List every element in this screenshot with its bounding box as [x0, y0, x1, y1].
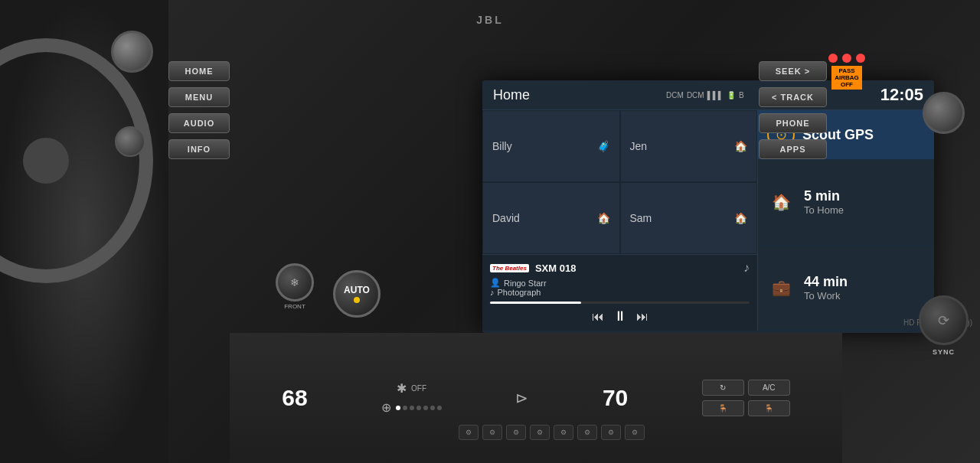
person-icon: 👤: [490, 278, 501, 288]
note-icon: ♪: [490, 288, 495, 297]
warning-lights: PASSAIRBAGOFF: [828, 54, 865, 90]
bottom-right-buttons: ↻ A/C 🪑 🪑: [702, 380, 790, 416]
ac-btn[interactable]: A/C: [748, 380, 790, 396]
battery-icon: 🔋: [727, 91, 736, 99]
pwr-vol-knob-area: [111, 31, 153, 73]
status-icons: DCM DCM ▌▌▌ 🔋 B: [666, 91, 744, 99]
bottom-btn-row1: ↻ A/C: [702, 380, 790, 396]
apps-button[interactable]: APPS: [759, 139, 827, 159]
bottom-btn-4[interactable]: ⚙: [530, 425, 550, 440]
dcm2-icon: DCM: [687, 91, 704, 99]
left-temp-display: 68: [282, 385, 307, 411]
track-button[interactable]: < TRACK: [759, 87, 827, 107]
seat-heat-right-btn[interactable]: 🪑: [748, 400, 790, 416]
auto-indicator-dot: [354, 297, 360, 303]
gps-work-time: 44 min: [804, 274, 848, 290]
jbl-logo: JBL: [476, 14, 503, 26]
bottom-btn-7[interactable]: ⚙: [601, 425, 621, 440]
front-defrost-button[interactable]: ❄: [276, 263, 314, 302]
auto-button-area: AUTO: [333, 270, 381, 318]
fan-off-area: ✱ OFF: [397, 381, 426, 396]
profile-name-billy: Billy: [492, 140, 512, 152]
sync-label: SYNC: [933, 348, 955, 356]
bottom-btn-5[interactable]: ⚙: [554, 425, 573, 440]
fan-off-label: OFF: [411, 384, 426, 393]
fan-dot-2: [403, 406, 407, 410]
info-button[interactable]: INFO: [168, 139, 230, 159]
profile-david[interactable]: David 🏠: [482, 182, 620, 254]
audio-button[interactable]: AUDIO: [168, 113, 230, 133]
bottom-controls: 68 ✱ OFF ⊕ ⊳: [230, 333, 842, 463]
tune-scroll-knob-area: [115, 119, 145, 157]
left-temp-value: 68: [282, 385, 307, 411]
right-top-knob[interactable]: [923, 92, 965, 134]
auto-climate-button[interactable]: AUTO: [333, 270, 381, 318]
dcm-icon: DCM: [666, 91, 684, 99]
defrost-icon: ❄: [290, 276, 299, 289]
recycle-btn[interactable]: ↻: [702, 380, 744, 396]
seek-button[interactable]: SEEK >: [759, 61, 827, 81]
bottom-btn-6[interactable]: ⚙: [577, 425, 597, 440]
warning-light-red1: [828, 54, 838, 63]
screen-time: 12:05: [880, 85, 923, 105]
gps-home-row[interactable]: 🏠 5 min To Home: [758, 160, 934, 246]
home-button[interactable]: HOME: [168, 61, 230, 81]
profile-grid: Billy 🧳 Jen 🏠 David 🏠 Sam: [482, 110, 757, 255]
profile-jen[interactable]: Jen 🏠: [620, 110, 758, 182]
music-top: The Beatles SXM 018 ♪: [490, 261, 750, 275]
profile-icon-billy: 🧳: [597, 140, 610, 152]
bottom-btn-3[interactable]: ⚙: [506, 425, 526, 440]
fan-controls: ✱ OFF ⊕: [381, 381, 442, 415]
fan-dot-4: [416, 406, 421, 410]
profile-sam[interactable]: Sam 🏠: [620, 182, 758, 254]
left-side-buttons: HOME MENU AUDIO INFO: [168, 61, 230, 159]
music-note-icon: ♪: [743, 261, 750, 275]
bottom-btn-row2: 🪑 🪑: [702, 400, 790, 416]
fan-speed-dots: [396, 406, 442, 410]
right-knob-area: [923, 92, 965, 134]
seat-heat-left-btn[interactable]: 🪑: [702, 400, 744, 416]
station-name: SXM 018: [535, 262, 576, 274]
warning-light-red3: [856, 54, 865, 63]
profile-icon-sam: 🏠: [734, 212, 747, 224]
fan-dot-1: [396, 406, 400, 410]
profile-icon-david: 🏠: [597, 212, 610, 224]
bottom-row-buttons: ⚙ ⚙ ⚙ ⚙ ⚙ ⚙ ⚙ ⚙: [260, 425, 842, 440]
bottom-btn-1[interactable]: ⚙: [459, 425, 479, 440]
pwr-vol-knob[interactable]: [111, 31, 153, 73]
airflow-area: ⊳: [515, 389, 528, 407]
warning-top-lights: [828, 54, 865, 63]
right-side-buttons: SEEK > < TRACK PHONE APPS: [759, 61, 827, 159]
gps-home-dest: To Home: [804, 204, 844, 216]
profile-name-jen: Jen: [630, 140, 648, 152]
main-screen: Home DCM DCM ▌▌▌ 🔋 B 12:05 Billy: [482, 80, 934, 333]
beatles-logo: The Beatles: [490, 264, 529, 272]
progress-bar[interactable]: [490, 302, 750, 304]
sync-knob[interactable]: ⟳: [919, 295, 969, 345]
music-artist: 👤 Ringo Starr: [490, 278, 750, 288]
menu-button[interactable]: MENU: [168, 87, 230, 107]
fan-dot-7: [437, 406, 442, 410]
profile-name-sam: Sam: [630, 212, 652, 224]
steering-wheel: [0, 38, 153, 283]
profile-icon-jen: 🏠: [734, 140, 747, 152]
profile-name-david: David: [492, 212, 520, 224]
phone-button[interactable]: PHONE: [759, 113, 827, 133]
fan-slider: ⊕: [381, 400, 442, 415]
right-temp-value: 70: [603, 385, 628, 411]
front-label: FRONT: [284, 303, 305, 310]
profile-billy[interactable]: Billy 🧳: [482, 110, 620, 182]
bluetooth-icon: B: [739, 91, 744, 99]
right-temp-display: 70: [603, 385, 628, 411]
warning-light-red2: [842, 54, 851, 63]
pass-airbag-warning: PASSAIRBAGOFF: [831, 66, 862, 90]
fan-icon: ⊕: [381, 400, 391, 415]
bottom-btn-8[interactable]: ⚙: [625, 425, 645, 440]
tune-scroll-knob[interactable]: [115, 126, 145, 157]
fan-dot-6: [430, 406, 435, 410]
fan-dot-3: [410, 406, 414, 410]
bottom-btn-2[interactable]: ⚙: [482, 425, 502, 440]
screen-header: Home DCM DCM ▌▌▌ 🔋 B 12:05: [482, 80, 934, 110]
song-name: Photograph: [498, 288, 541, 297]
screen-left: Billy 🧳 Jen 🏠 David 🏠 Sam: [482, 110, 758, 331]
